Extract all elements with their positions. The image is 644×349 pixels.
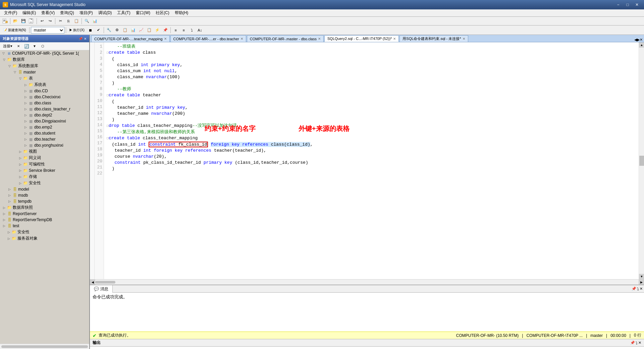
output-close-btn[interactable]: ✕ [638, 341, 641, 345]
btn12[interactable]: 📋 [146, 27, 153, 34]
btn13[interactable]: ⚡ [154, 27, 161, 34]
tree-storage[interactable]: ▷ 📁 存储 [0, 173, 89, 180]
btn9[interactable]: 📋 [121, 27, 129, 34]
tree-tempdb[interactable]: ▷ 🗄 tempdb [0, 198, 89, 204]
tab-close-all[interactable]: ✕ [640, 38, 643, 42]
tree-server[interactable]: ▽ 🖥 COMPUTER-OF-MR- (SQL Server 1( [0, 50, 89, 56]
paste-btn[interactable]: 📋 [73, 17, 80, 25]
tree-dbo-class[interactable]: ▷ ▦ dbo.class [0, 100, 89, 106]
menu-window[interactable]: 窗口(W) [133, 9, 153, 16]
tree-reportservertempdb[interactable]: ▷ 🗄 ReportServerTempDB [0, 217, 89, 223]
database-selector[interactable]: master [31, 27, 64, 34]
parse-btn[interactable]: ✔ [95, 27, 102, 34]
oe-pin-btn[interactable]: 📌 [78, 37, 83, 41]
tree-server-objects[interactable]: ▷ 📁 服务器对象 [0, 235, 89, 242]
tree-views[interactable]: ▷ 📁 视图 [0, 148, 89, 155]
menu-file[interactable]: 文件(F) [1, 9, 20, 16]
menu-edit[interactable]: 编辑(E) [20, 9, 39, 16]
code-editor[interactable]: --班级表 □create table class ( class_id int… [104, 42, 639, 279]
menu-view[interactable]: 查看(V) [39, 9, 57, 16]
tab-close-icon[interactable]: ✕ [463, 37, 465, 41]
menu-query[interactable]: 查询(Q) [57, 9, 76, 16]
copy-btn[interactable]: ⎘ [65, 17, 72, 25]
tree-security-top[interactable]: ▷ 📁 安全性 [0, 229, 89, 235]
tree-dbo-cd[interactable]: ▷ ▦ dbo.CD [0, 88, 89, 94]
open-btn[interactable]: 📂 [12, 17, 19, 25]
tab-teacher-mapping[interactable]: COMPUTER-OF-MR-....teacher_mapping ✕ [91, 35, 170, 42]
close-button[interactable]: ✕ [633, 1, 641, 8]
btn5[interactable]: 🔍 [83, 17, 91, 25]
results-close-btn[interactable]: ✕ [640, 287, 643, 291]
output-move-btn[interactable]: ⤵ [636, 341, 638, 345]
tree-dbo-teacher[interactable]: ▷ ▦ dbo.teacher [0, 136, 89, 142]
tab-close-icon[interactable]: ✕ [240, 37, 243, 41]
oe-sync-btn[interactable]: ⬡ [39, 43, 46, 50]
btn18[interactable]: A↕ [196, 27, 204, 34]
save-btn[interactable]: 💾 [20, 17, 27, 25]
tree-msdb[interactable]: ▷ 🗄 msdb [0, 192, 89, 198]
tree-synonyms[interactable]: ▷ 📁 同义词 [0, 155, 89, 161]
tree-security-master[interactable]: ▷ 📁 安全性 [0, 180, 89, 186]
tab-scroll-right[interactable]: ▶ [637, 38, 640, 42]
tab-dbo-class[interactable]: COMPUTER-OF-MR-.master - dbo.class ✕ [247, 35, 324, 42]
oe-close-btn[interactable]: ✕ [84, 37, 87, 41]
tree-dbo-checixinxi[interactable]: ▷ ▦ dbo.Checixinxi [0, 94, 89, 100]
output-pin-btn[interactable]: 📌 [630, 341, 635, 345]
results-move-btn[interactable]: ⤵ [637, 287, 639, 291]
tree-dbo-student[interactable]: ▷ ▦ dbo.student [0, 130, 89, 136]
btn8[interactable]: ⚙ [113, 27, 121, 34]
menu-tools[interactable]: 工具(T) [114, 9, 133, 16]
results-pin-btn[interactable]: 📌 [632, 287, 636, 291]
btn17[interactable]: ⤵ [188, 27, 196, 34]
tree-reportserver[interactable]: ▷ 🗄 ReportServer [0, 211, 89, 217]
menu-community[interactable]: 社区(C) [153, 9, 172, 16]
debug-btn[interactable]: 🔧 [105, 27, 113, 34]
undo-btn[interactable]: ↩ [38, 17, 46, 25]
tab-close-icon[interactable]: ✕ [318, 37, 321, 41]
tree-service-broker[interactable]: ▷ 📁 Service Broker [0, 167, 89, 173]
tab-sql-cmd[interactable]: 用SQL命令建表和约束.sql - 未连接* ✕ [399, 35, 468, 42]
h-scrollbar[interactable]: ◀ ▶ [90, 279, 644, 285]
tab-scroll-left[interactable]: ◀ [634, 38, 637, 42]
scroll-down[interactable]: ▼ [639, 274, 644, 279]
vertical-scrollbar[interactable]: ▲ ▼ [639, 42, 644, 279]
minimize-button[interactable]: − [614, 1, 623, 8]
tree-db-snapshot[interactable]: ▷ 📁 数据库快照 [0, 204, 89, 211]
btn16[interactable]: ≡ [180, 27, 187, 34]
oe-hscrollbar[interactable] [0, 344, 89, 349]
new-query-btn[interactable] [1, 17, 9, 25]
tree-master[interactable]: ▽ 🗄 master [0, 69, 89, 75]
scroll-left[interactable]: ◀ [90, 280, 95, 285]
tree-test[interactable]: ▷ 🗄 test [0, 223, 89, 229]
menu-debug[interactable]: 调试(D) [96, 9, 115, 16]
tab-sqlquery2[interactable]: SQLQuery2.sql - C...-MR-\T470P (52))* ✕ [324, 35, 399, 42]
tree-databases[interactable]: ▽ 📁 数据库 [0, 56, 89, 63]
oe-refresh-btn[interactable]: 🔄 [23, 43, 30, 50]
new-query-btn2[interactable]: 📝 新建查询(N) [1, 27, 28, 34]
menu-help[interactable]: 帮助(H) [172, 9, 191, 16]
tree-programmability[interactable]: ▷ 📁 可编程性 [0, 161, 89, 167]
scroll-up[interactable]: ▲ [639, 42, 644, 48]
maximize-button[interactable]: □ [623, 1, 632, 8]
tree-dbo-dept2[interactable]: ▷ ▦ dbo.dept2 [0, 112, 89, 118]
tree-model[interactable]: ▷ 🗄 model [0, 186, 89, 192]
menu-project[interactable]: 项目(P) [77, 9, 96, 16]
btn10[interactable]: 📊 [129, 27, 137, 34]
tab-close-icon[interactable]: ✕ [164, 37, 167, 41]
messages-tab[interactable]: 💬 消息 [90, 285, 113, 293]
oe-filter-btn[interactable]: ▼ [31, 43, 38, 50]
tree-tables-folder[interactable]: ▽ 📁 表 [0, 75, 89, 82]
execute-btn[interactable]: ▶ 执行(X) [67, 27, 86, 34]
tree-system-dbs[interactable]: ▽ 📁 系统数据库 [0, 63, 89, 69]
btn11[interactable]: 📈 [138, 27, 145, 34]
cut-btn[interactable]: ✂ [57, 17, 64, 25]
tree-dbo-yonghuxinxi[interactable]: ▷ ▦ dbo.yonghuxinxi [0, 142, 89, 148]
stop-btn[interactable]: ⏹ [87, 27, 94, 34]
tab-close-icon[interactable]: ✕ [393, 37, 396, 41]
tree-system-tables[interactable]: ▷ 📁 系统表 [0, 82, 89, 88]
tree-dbo-emp2[interactable]: ▷ ▦ dbo.emp2 [0, 124, 89, 130]
btn15[interactable]: ≡ [172, 27, 179, 34]
scroll-right[interactable]: ▶ [639, 280, 644, 285]
btn14[interactable]: 📌 [162, 27, 169, 34]
tree-dbo-class-teacher[interactable]: ▷ ▦ dbo.class_teacher_r [0, 106, 89, 112]
